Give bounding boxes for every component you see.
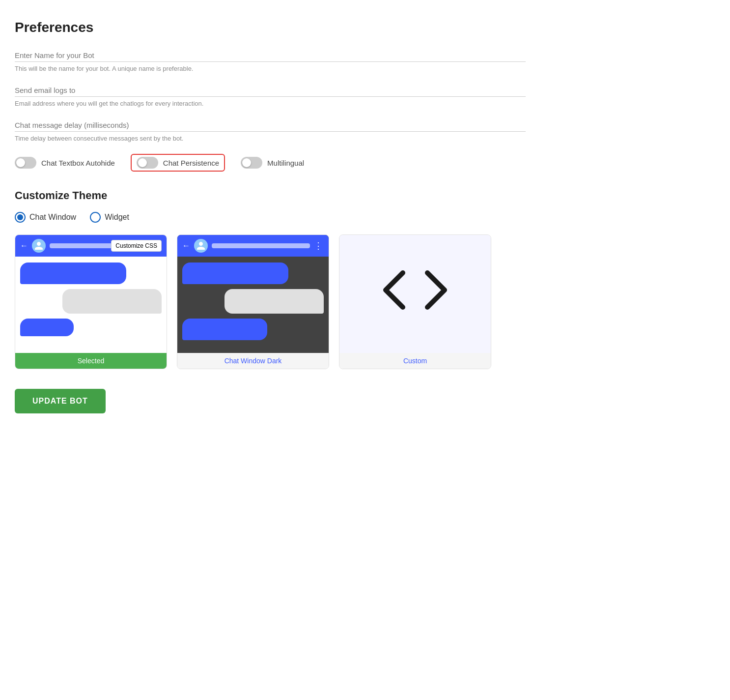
autohide-label: Chat Textbox Autohide — [41, 159, 115, 167]
preview-bubble-bot-1 — [20, 262, 126, 284]
theme-card-chat-window-dark[interactable]: ← ⋮ Chat Window Dark — [177, 234, 329, 369]
bot-name-input[interactable] — [15, 49, 526, 62]
dots-icon-dark: ⋮ — [314, 240, 324, 251]
preview-bubble-bot-dark-1 — [182, 262, 288, 284]
code-icon — [381, 265, 449, 323]
preview-name-bar-dark — [212, 243, 310, 248]
preview-bubble-user-dark-1 — [225, 289, 324, 314]
card-footer-dark: Chat Window Dark — [177, 353, 329, 369]
multilingual-toggle[interactable] — [241, 157, 262, 169]
radio-circle-widget — [90, 212, 101, 223]
email-logs-field-group: Email address where you will get the cha… — [15, 84, 526, 107]
toggles-row: Chat Textbox Autohide Chat Persistence M… — [15, 154, 526, 172]
page-title: Preferences — [15, 20, 526, 35]
theme-card-chat-window[interactable]: ← Customize CSS Selected — [15, 234, 167, 369]
radio-widget[interactable]: Widget — [90, 212, 129, 223]
back-arrow-icon: ← — [20, 241, 28, 250]
customize-theme-title: Customize Theme — [15, 189, 526, 202]
multilingual-toggle-item: Multilingual — [241, 157, 304, 169]
customize-css-button[interactable]: Customize CSS — [111, 240, 162, 252]
preview-bubble-user-1 — [62, 289, 162, 314]
card-footer-selected: Selected — [15, 353, 167, 369]
email-logs-hint: Email address where you will get the cha… — [15, 100, 526, 107]
theme-card-custom[interactable]: Custom — [339, 234, 491, 369]
card-footer-custom: Custom — [339, 353, 491, 369]
message-delay-field-group: Time delay between consecutive messages … — [15, 119, 526, 142]
theme-card-inner-custom — [339, 235, 491, 353]
multilingual-label: Multilingual — [267, 159, 304, 167]
preview-header-dark: ← ⋮ — [177, 235, 329, 257]
preview-messages-dark — [177, 257, 329, 346]
bot-name-hint: This will be the name for your bot. A un… — [15, 65, 526, 72]
autohide-toggle[interactable] — [15, 157, 36, 169]
preview-bubble-bot-small-1 — [20, 319, 74, 336]
radio-chat-window[interactable]: Chat Window — [15, 212, 76, 223]
persistence-toggle-highlight: Chat Persistence — [131, 154, 225, 172]
theme-cards-container: ← Customize CSS Selected — [15, 234, 526, 369]
theme-card-inner-dark: ← ⋮ — [177, 235, 329, 353]
email-logs-input[interactable] — [15, 84, 526, 97]
radio-circle-chat-window — [15, 212, 26, 223]
preview-avatar-dark — [194, 239, 208, 253]
radio-label-chat-window: Chat Window — [29, 213, 76, 222]
message-delay-hint: Time delay between consecutive messages … — [15, 135, 526, 142]
bot-name-field-group: This will be the name for your bot. A un… — [15, 49, 526, 72]
theme-card-inner-light: ← Customize CSS — [15, 235, 167, 353]
update-bot-button[interactable]: UPDATE BOT — [15, 389, 106, 413]
theme-radio-group: Chat Window Widget — [15, 212, 526, 223]
persistence-toggle[interactable] — [137, 157, 158, 169]
back-arrow-icon-dark: ← — [182, 241, 190, 250]
persistence-label: Chat Persistence — [163, 159, 219, 167]
preview-bubble-bot-dark-2 — [182, 319, 267, 340]
radio-label-widget: Widget — [105, 213, 129, 222]
message-delay-input[interactable] — [15, 119, 526, 132]
preview-messages-light — [15, 257, 167, 342]
autohide-toggle-item: Chat Textbox Autohide — [15, 157, 115, 169]
preview-avatar-light — [32, 239, 46, 253]
